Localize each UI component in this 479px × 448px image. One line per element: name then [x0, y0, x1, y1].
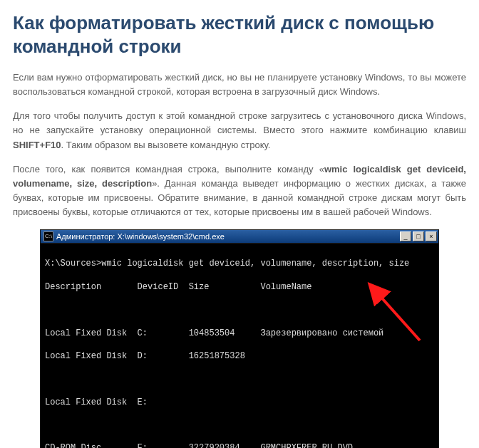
cmd-window: C:\ Администратор: X:\windows\system32\c…	[40, 229, 439, 448]
terminal-line	[45, 373, 434, 385]
text: Для того чтобы получить доступ к этой ко…	[13, 110, 466, 135]
cmd-system-icon: C:\	[43, 231, 53, 241]
terminal-line	[45, 304, 434, 316]
terminal-line: CD-ROM Disc F: 3227920384 GRMCHPXFRER_RU…	[45, 442, 434, 448]
window-buttons: _ □ ×	[398, 231, 437, 241]
paragraph-1: Если вам нужно отформатировать жесткий д…	[13, 71, 466, 99]
minimize-button[interactable]: _	[400, 231, 411, 241]
page-title: Как форматировать жесткий диск с помощью…	[13, 11, 466, 58]
terminal-line: X:\Sources>wmic logicaldisk get deviceid…	[45, 258, 434, 269]
cmd-terminal: X:\Sources>wmic logicaldisk get deviceid…	[40, 244, 439, 448]
paragraph-3: После того, как появится командная строк…	[13, 162, 466, 220]
text: После того, как появится командная строк…	[13, 164, 324, 174]
maximize-button[interactable]: □	[413, 231, 424, 241]
terminal-line: Local Fixed Disk D: 16251875328	[45, 350, 434, 362]
paragraph-2: Для того чтобы получить доступ к этой ко…	[13, 109, 466, 152]
terminal-line: Local Fixed Disk C: 104853504 Зарезервир…	[45, 328, 434, 339]
text: . Таким образом вы вызовете командную ст…	[61, 140, 271, 150]
terminal-line: Local Fixed Disk E:	[45, 397, 434, 408]
cmd-titlebar: C:\ Администратор: X:\windows\system32\c…	[40, 229, 439, 244]
close-button[interactable]: ×	[426, 231, 437, 241]
cmd-title-text: Администратор: X:\windows\system32\cmd.e…	[56, 232, 398, 241]
terminal-line	[45, 420, 434, 431]
terminal-line: Description DeviceID Size VolumeName	[45, 281, 434, 293]
shortcut-key: SHIFT+F10	[13, 140, 61, 150]
